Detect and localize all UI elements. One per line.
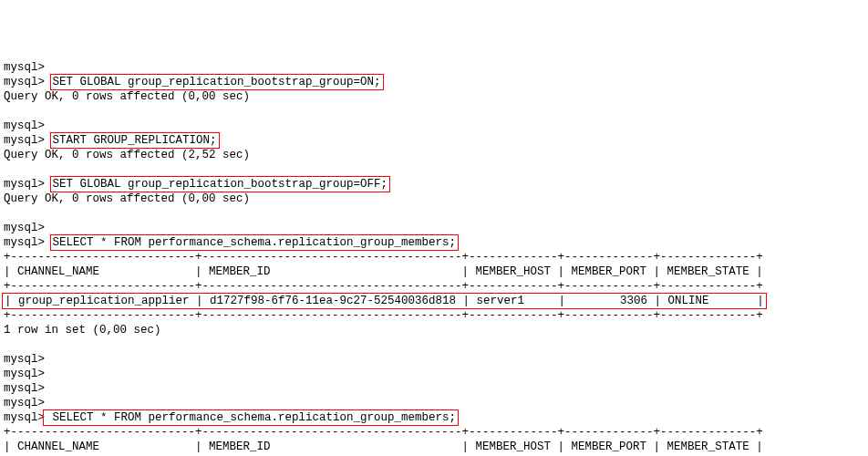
prompt: mysql>: [4, 61, 45, 74]
query-result: Query OK, 0 rows affected (2,52 sec): [4, 149, 250, 161]
table-border: +---------------------------+-----------…: [4, 309, 763, 322]
rows-in-set: 1 row in set (0,00 sec): [4, 324, 161, 337]
table-border: +---------------------------+-----------…: [4, 251, 763, 264]
prompt: mysql>: [4, 76, 45, 88]
sql-cmd-select-members-2: SELECT * FROM performance_schema.replica…: [43, 409, 459, 426]
sql-cmd-start-replication: START GROUP_REPLICATION;: [50, 132, 220, 149]
table-header: | CHANNEL_NAME | MEMBER_ID | MEMBER_HOST…: [4, 440, 763, 453]
prompt: mysql>: [4, 353, 45, 366]
sql-cmd-select-members-1: SELECT * FROM performance_schema.replica…: [50, 234, 460, 251]
sql-cmd-bootstrap-on: SET GLOBAL group_replication_bootstrap_g…: [50, 74, 384, 90]
prompt: mysql>: [4, 178, 45, 191]
prompt: mysql>: [4, 222, 45, 234]
table-border: +---------------------------+-----------…: [4, 280, 763, 293]
prompt: mysql>: [4, 397, 45, 409]
sql-cmd-bootstrap-off: SET GLOBAL group_replication_bootstrap_g…: [50, 176, 391, 192]
table-border: +---------------------------+-----------…: [4, 426, 763, 439]
prompt: mysql>: [4, 134, 45, 147]
table-row-server1: | group_replication_applier | d1727f98-6…: [2, 293, 767, 309]
prompt: mysql>: [4, 119, 45, 132]
prompt: mysql>: [4, 382, 45, 395]
query-result: Query OK, 0 rows affected (0,00 sec): [4, 90, 250, 103]
table-header: | CHANNEL_NAME | MEMBER_ID | MEMBER_HOST…: [4, 265, 763, 278]
prompt: mysql>: [4, 368, 45, 380]
prompt: mysql>: [4, 411, 45, 424]
query-result: Query OK, 0 rows affected (0,00 sec): [4, 192, 250, 205]
prompt: mysql>: [4, 236, 45, 249]
